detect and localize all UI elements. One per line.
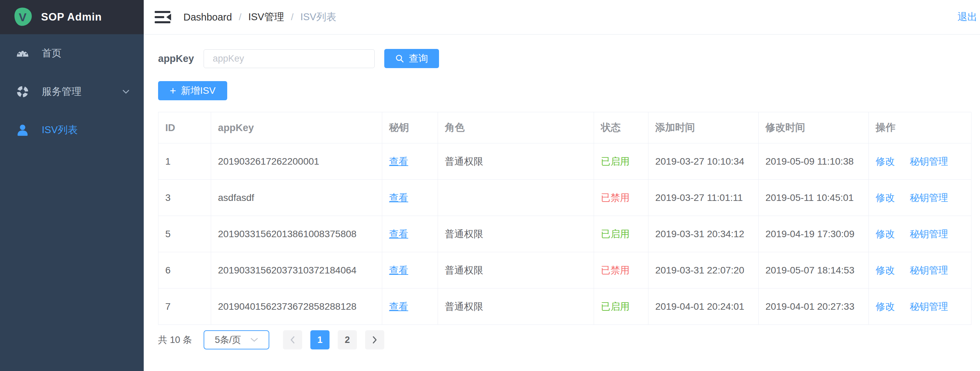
chevron-down-icon [123, 89, 129, 94]
sidebar-item-label: 服务管理 [42, 85, 81, 99]
sidebar-item-label: 首页 [42, 46, 62, 60]
view-secret-link[interactable]: 查看 [389, 301, 408, 312]
status-badge: 已启用 [601, 229, 630, 239]
sidebar-item-label: ISV列表 [42, 123, 78, 137]
secret-manage-link[interactable]: 秘钥管理 [910, 156, 948, 167]
table-row: 6 20190331562037310372184064 查看 普通权限 已禁用… [158, 252, 972, 288]
cell-add-time: 2019-03-27 11:01:11 [655, 192, 743, 203]
dashboard-gauge-icon [16, 46, 29, 60]
status-badge: 已启用 [601, 156, 630, 167]
plus-icon: + [170, 85, 176, 96]
cell-appkey: 2019032617262200001 [218, 156, 319, 167]
service-donut-icon [16, 85, 29, 99]
status-badge: 已启用 [601, 301, 630, 312]
view-secret-link[interactable]: 查看 [389, 229, 408, 239]
app-logo-icon: V [12, 7, 33, 27]
secret-manage-link[interactable]: 秘钥管理 [910, 265, 948, 275]
pagination: 共 10 条 5条/页 1 2 [158, 330, 980, 349]
cell-mod-time: 2019-04-19 17:30:09 [765, 229, 854, 239]
pagination-total: 共 10 条 [158, 334, 192, 346]
view-secret-link[interactable]: 查看 [389, 192, 408, 203]
next-page-button[interactable] [365, 330, 384, 349]
chevron-down-icon [250, 338, 258, 342]
sidebar-menu: 首页 服务管理 [0, 34, 144, 149]
table-header-row: ID appKey 秘钥 角色 状态 添加时间 修改时间 操作 [158, 112, 972, 143]
edit-link[interactable]: 修改 [876, 229, 895, 239]
topbar: Dashboard / ISV管理 / ISV列表 退出 [144, 0, 980, 35]
table-row: 3 asdfasdf 查看 已禁用 2019-03-27 11:01:11 20… [158, 180, 972, 216]
page-size-value: 5条/页 [215, 334, 241, 346]
column-header-modtime: 修改时间 [759, 112, 869, 143]
cell-role: 普通权限 [445, 301, 483, 312]
table-row: 1 2019032617262200001 查看 普通权限 已启用 2019-0… [158, 143, 972, 180]
cell-id: 3 [165, 192, 171, 203]
logo-letter: V [12, 7, 33, 27]
main-area: Dashboard / ISV管理 / ISV列表 退出 appKey [144, 0, 980, 371]
logo-bar: V SOP Admin [0, 0, 144, 34]
edit-link[interactable]: 修改 [876, 156, 895, 167]
column-header-actions: 操作 [869, 112, 972, 143]
secret-manage-link[interactable]: 秘钥管理 [910, 229, 948, 239]
logout-link[interactable]: 退出 [958, 10, 977, 24]
search-toolbar: appKey 查询 [158, 49, 980, 68]
column-header-role: 角色 [438, 112, 594, 143]
breadcrumb-item-dashboard[interactable]: Dashboard [183, 12, 232, 23]
sidebar-item-home[interactable]: 首页 [0, 34, 144, 73]
cell-mod-time: 2019-04-01 20:27:33 [765, 301, 854, 312]
page-size-select[interactable]: 5条/页 [204, 330, 269, 349]
cell-id: 7 [165, 301, 171, 312]
query-button[interactable]: 查询 [384, 49, 439, 68]
status-badge: 已禁用 [601, 265, 630, 275]
page-content: appKey 查询 + 新增ISV [144, 35, 980, 349]
page-button-1[interactable]: 1 [310, 330, 329, 349]
cell-mod-time: 2019-05-11 10:45:01 [765, 192, 854, 203]
search-icon [395, 54, 404, 63]
sidebar-item-isv-list[interactable]: ISV列表 [0, 111, 144, 149]
view-secret-link[interactable]: 查看 [389, 156, 408, 167]
breadcrumb-item-isv-mgmt[interactable]: ISV管理 [248, 10, 284, 24]
breadcrumb-separator: / [239, 12, 242, 22]
cell-add-time: 2019-03-27 10:10:34 [655, 156, 744, 167]
edit-link[interactable]: 修改 [876, 301, 895, 312]
sidebar-item-service-mgmt[interactable]: 服务管理 [0, 73, 144, 111]
cell-role: 普通权限 [445, 229, 483, 239]
column-header-secret: 秘钥 [382, 112, 438, 143]
column-header-status: 状态 [594, 112, 648, 143]
pager: 1 2 [283, 330, 393, 349]
table-row: 7 20190401562373672858288128 查看 普通权限 已启用… [158, 288, 972, 325]
column-header-addtime: 添加时间 [648, 112, 759, 143]
prev-page-button[interactable] [283, 330, 302, 349]
add-isv-button[interactable]: + 新增ISV [158, 81, 227, 100]
cell-add-time: 2019-03-31 22:07:20 [655, 265, 744, 275]
appkey-search-input[interactable] [204, 49, 375, 68]
cell-mod-time: 2019-05-09 11:10:38 [765, 156, 854, 167]
query-button-label: 查询 [409, 52, 428, 65]
add-isv-button-label: 新增ISV [181, 84, 216, 97]
breadcrumb-item-isv-list: ISV列表 [301, 10, 336, 24]
secret-manage-link[interactable]: 秘钥管理 [910, 192, 948, 203]
cell-mod-time: 2019-05-07 18:14:53 [765, 265, 854, 275]
column-header-appkey: appKey [211, 112, 382, 143]
cell-appkey: 20190331562013861008375808 [218, 229, 356, 239]
secret-manage-link[interactable]: 秘钥管理 [910, 301, 948, 312]
app-title: SOP Admin [41, 11, 102, 23]
cell-appkey: 20190401562373672858288128 [218, 301, 356, 312]
cell-appkey: asdfasdf [218, 192, 254, 203]
table-row: 5 20190331562013861008375808 查看 普通权限 已启用… [158, 216, 972, 252]
sidebar-collapse-icon[interactable] [155, 10, 172, 24]
column-header-id: ID [158, 112, 211, 143]
page-button-2[interactable]: 2 [338, 330, 357, 349]
breadcrumb-separator: / [291, 12, 294, 22]
cell-id: 5 [165, 229, 171, 239]
cell-add-time: 2019-04-01 20:24:01 [655, 301, 744, 312]
view-secret-link[interactable]: 查看 [389, 265, 408, 275]
search-label: appKey [158, 53, 194, 64]
user-icon [16, 123, 29, 137]
edit-link[interactable]: 修改 [876, 192, 895, 203]
cell-role: 普通权限 [445, 156, 483, 167]
sidebar: V SOP Admin 首页 [0, 0, 144, 371]
status-badge: 已禁用 [601, 192, 630, 203]
edit-link[interactable]: 修改 [876, 265, 895, 275]
cell-role: 普通权限 [445, 265, 483, 275]
cell-id: 1 [165, 156, 171, 167]
